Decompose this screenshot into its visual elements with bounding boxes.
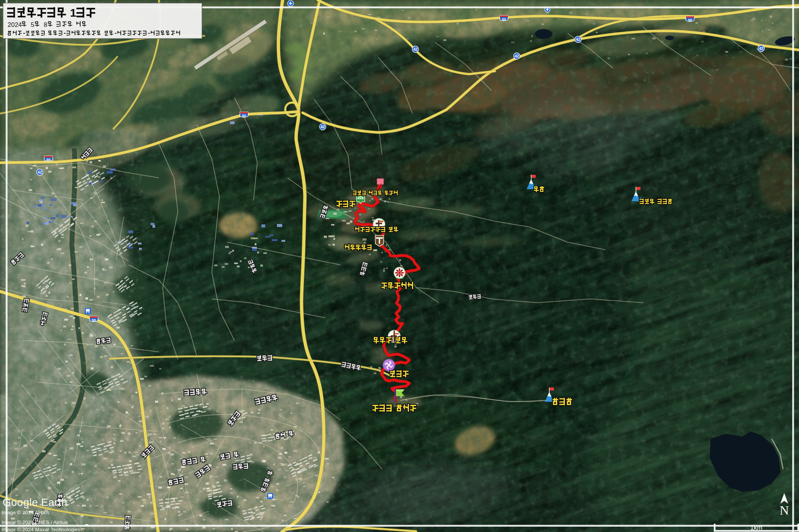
svg-text:50: 50 — [688, 18, 692, 22]
svg-text:Image © 2024 Maxar Technologie: Image © 2024 Maxar Technologies — [2, 527, 81, 532]
svg-text:50: 50 — [242, 114, 246, 118]
svg-text:50: 50 — [92, 318, 96, 322]
svg-text:Image © 2024 CNES / Airbus: Image © 2024 CNES / Airbus — [2, 520, 68, 525]
svg-text:42: 42 — [759, 46, 763, 51]
svg-text:42: 42 — [320, 124, 325, 129]
svg-text:42: 42 — [515, 54, 519, 58]
svg-text:N: N — [780, 503, 789, 517]
svg-text:42: 42 — [37, 170, 42, 174]
svg-text:42: 42 — [413, 47, 418, 51]
svg-text:50: 50 — [502, 17, 506, 21]
svg-text:42: 42 — [576, 37, 580, 42]
svg-text:50: 50 — [47, 157, 51, 162]
svg-text:Google Earth: Google Earth — [3, 496, 67, 508]
svg-text:2024: 2024 — [8, 21, 22, 28]
svg-text:1km: 1km — [750, 524, 762, 531]
svg-text:5: 5 — [31, 21, 34, 28]
svg-text:Image © 2024 Airbus: Image © 2024 Airbus — [2, 510, 50, 515]
svg-text:8: 8 — [44, 21, 47, 28]
svg-text:1: 1 — [70, 6, 76, 19]
